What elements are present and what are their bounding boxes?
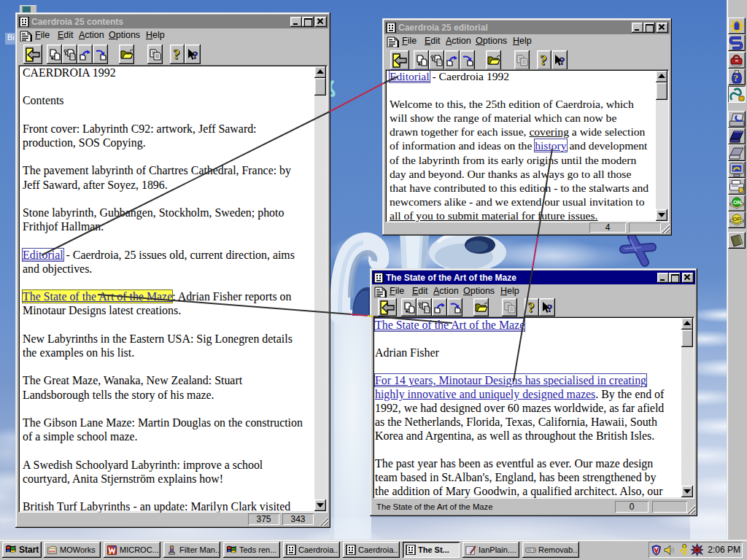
svg-text:?: ? (734, 72, 739, 83)
svg-text:OF: OF (733, 216, 741, 222)
svg-text:ON: ON (733, 199, 741, 206)
